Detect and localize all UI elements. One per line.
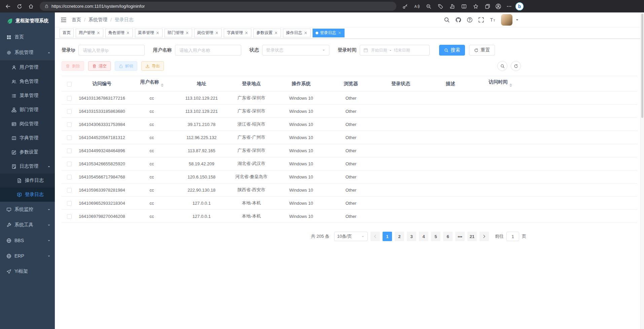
sidebar-item-param-settings[interactable]: 参数设置	[0, 145, 55, 159]
address-bar[interactable]: https://ccnetcore.com:1101/system/log/lo…	[40, 2, 396, 11]
sidebar-item-tools[interactable]: 系统工具	[0, 217, 55, 233]
sidebar-item-dept-mgmt[interactable]: 部门管理	[0, 103, 55, 117]
search-button[interactable]: 搜索	[439, 45, 465, 56]
reset-button[interactable]: 重置	[469, 45, 495, 56]
help-icon[interactable]	[467, 17, 473, 23]
prev-page-button[interactable]	[370, 232, 380, 241]
tab-dept-mgmt[interactable]: 部门管理	[165, 29, 192, 37]
tab-post-mgmt[interactable]: 岗位管理	[194, 29, 222, 37]
collections-button[interactable]	[482, 1, 493, 11]
font-size-icon[interactable]	[490, 17, 496, 23]
sort-icon[interactable]	[509, 82, 512, 88]
page-button-6[interactable]: 6	[443, 232, 453, 241]
tab-user-mgmt[interactable]: 用户管理	[76, 29, 103, 37]
scrollbar-thumb[interactable]	[641, 13, 643, 118]
password-key-button[interactable]	[400, 1, 410, 11]
tab-role-mgmt[interactable]: 角色管理	[105, 29, 133, 37]
table-row[interactable]: 1641044520567181312 cc 112.96.225.132 广东…	[62, 131, 637, 144]
breadcrumb-home[interactable]: 首页	[72, 17, 81, 23]
more-pages-button[interactable]: •••	[455, 232, 465, 241]
toggle-search-button[interactable]	[497, 61, 507, 71]
row-checkbox[interactable]	[67, 162, 72, 166]
extensions-button[interactable]	[447, 1, 458, 11]
sidebar-item-menu-mgmt[interactable]: 菜单管理	[0, 89, 55, 103]
table-row[interactable]: 1641031367863177216 cc 113.102.129.221 广…	[62, 92, 637, 105]
browser-back-button[interactable]	[3, 1, 13, 11]
row-checkbox[interactable]	[67, 109, 72, 114]
row-checkbox[interactable]	[67, 96, 72, 101]
zoom-button[interactable]	[423, 1, 434, 11]
table-row[interactable]: 1641044993248464896 cc 113.87.92.165 广东省…	[62, 144, 637, 157]
tab-home[interactable]: 首页	[60, 29, 74, 37]
next-page-button[interactable]	[479, 232, 489, 241]
sidebar-item-monitor[interactable]: 系统监控	[0, 202, 55, 217]
close-icon[interactable]	[304, 31, 308, 35]
row-checkbox[interactable]	[67, 149, 72, 153]
row-checkbox[interactable]	[67, 122, 72, 127]
read-aloud-button[interactable]	[412, 1, 422, 11]
shopping-button[interactable]	[435, 1, 446, 11]
user-name-input[interactable]	[175, 45, 241, 56]
table-row[interactable]: 1641059633978281984 cc 222.90.130.18 陕西省…	[62, 184, 637, 197]
url-text[interactable]: https://ccnetcore.com:1101/system/log/lo…	[51, 4, 145, 9]
browser-menu-button[interactable]	[504, 1, 514, 11]
clear-button[interactable]: 清空	[88, 61, 111, 71]
search-icon[interactable]	[444, 17, 450, 23]
row-checkbox[interactable]	[67, 175, 72, 179]
table-row[interactable]: 1641053426655825920 cc 58.19.42.209 湖北省-…	[62, 157, 637, 170]
app-logo[interactable]: 意框架管理系统	[0, 12, 55, 29]
sidebar-item-user-mgmt[interactable]: 用户管理	[0, 60, 55, 74]
close-icon[interactable]	[97, 31, 100, 35]
browser-home-button[interactable]	[26, 1, 36, 11]
column-header-time[interactable]: 访问时间	[475, 76, 525, 92]
unlock-button[interactable]: 解锁	[115, 61, 137, 71]
github-icon[interactable]	[455, 17, 461, 23]
sidebar-toggle-icon[interactable]	[60, 17, 67, 23]
sidebar-item-bbs[interactable]: BBS	[0, 233, 55, 248]
table-row[interactable]: 1641054566717984768 cc 120.6.150.158 河北省…	[62, 170, 637, 184]
close-icon[interactable]	[274, 31, 278, 35]
close-icon[interactable]	[245, 31, 248, 35]
browser-refresh-button[interactable]	[14, 1, 25, 11]
page-button-4[interactable]: 4	[419, 232, 428, 241]
end-date-placeholder[interactable]: 结束日期	[394, 47, 410, 53]
breadcrumb-system[interactable]: 系统管理	[88, 17, 107, 23]
sidebar-item-login-log[interactable]: 登录日志	[0, 188, 55, 202]
row-checkbox[interactable]	[67, 188, 72, 193]
page-button-21[interactable]: 21	[467, 232, 477, 241]
status-select[interactable]: 登录状态	[262, 45, 329, 56]
row-checkbox[interactable]	[67, 214, 72, 219]
sidebar-item-home[interactable]: 首页	[0, 29, 55, 45]
fullscreen-icon[interactable]	[478, 17, 484, 23]
tab-operation-log[interactable]: 操作日志	[283, 29, 311, 37]
page-button-1[interactable]: 1	[383, 232, 392, 241]
tab-login-log[interactable]: 登录日志	[313, 29, 345, 37]
chevron-down-icon[interactable]	[515, 18, 519, 22]
goto-page-input[interactable]	[506, 232, 519, 241]
column-header-user-name[interactable]: 用户名称	[127, 76, 177, 92]
sidebar-item-operation-log[interactable]: 操作日志	[0, 173, 55, 188]
browser-profile-button[interactable]	[494, 2, 503, 11]
table-row[interactable]: 1641043063331753984 cc 39.171.210.78 浙江省…	[62, 118, 637, 131]
select-all-checkbox[interactable]	[67, 82, 72, 87]
close-icon[interactable]	[156, 31, 159, 35]
tab-param-settings[interactable]: 参数设置	[253, 29, 281, 37]
table-row[interactable]: 1641069798270046208 cc 127.0.0.1 本地-本机 W…	[62, 210, 637, 223]
tab-dict-mgmt[interactable]: 字典管理	[224, 29, 251, 37]
close-icon[interactable]	[185, 31, 189, 35]
start-date-placeholder[interactable]: 开始日期	[371, 47, 387, 53]
sidebar-item-dict-mgmt[interactable]: 字典管理	[0, 131, 55, 145]
sidebar-item-role-mgmt[interactable]: 角色管理	[0, 74, 55, 89]
favorites-button[interactable]	[470, 1, 481, 11]
split-screen-button[interactable]	[459, 1, 469, 11]
sidebar-item-post-mgmt[interactable]: 岗位管理	[0, 117, 55, 131]
page-button-2[interactable]: 2	[395, 232, 404, 241]
sidebar-item-yi-framework[interactable]: Yi框架	[0, 264, 55, 279]
row-checkbox[interactable]	[67, 201, 72, 206]
close-icon[interactable]	[126, 31, 130, 35]
row-checkbox[interactable]	[67, 135, 72, 140]
sidebar-item-log-mgmt[interactable]: 日志管理	[0, 159, 55, 173]
sidebar-item-system[interactable]: 系统管理	[0, 45, 55, 60]
bing-chat-button[interactable]: b	[515, 2, 524, 10]
close-icon[interactable]	[215, 31, 219, 35]
